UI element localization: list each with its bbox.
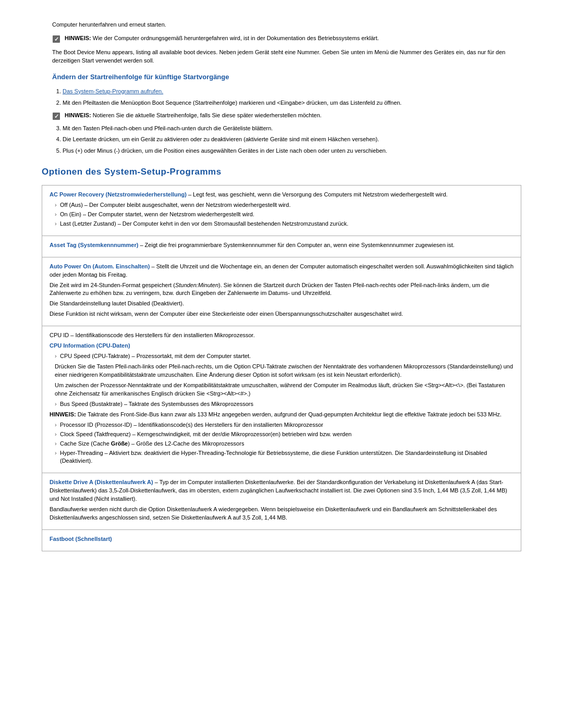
option-diskette: Diskette Drive A (Diskettenlaufwerk A) –… <box>42 473 521 530</box>
cpu-id-title: CPU ID <box>50 332 69 338</box>
cpu-proc-id: Processor ID (Prozessor-ID) – Identifika… <box>55 421 513 429</box>
option-fastboot: Fastboot (Schnellstart) <box>42 530 521 551</box>
top-note: Computer herunterfahren und erneut start… <box>42 21 521 155</box>
step-5: Plus (+) oder Minus (-) drücken, um die … <box>63 147 521 155</box>
hinweis-block-1: ✓ HINWEIS: Wie der Computer ordnungsgemä… <box>52 34 521 43</box>
hinweis-block-2: ✓ HINWEIS: Notieren Sie die aktuelle Sta… <box>52 112 521 120</box>
cpu-speed-bullet: CPU Speed (CPU-Taktrate) – Prozessortakt… <box>55 352 513 361</box>
option-cpu-id: CPU ID – Identifikationscode des Herstel… <box>42 326 521 473</box>
option-asset-tag: Asset Tag (Systemkennnummer) – Zeigt die… <box>42 236 521 257</box>
cpu-clock-speed: Clock Speed (Taktfrequenz) – Kerngeschwi… <box>55 430 513 439</box>
section2-heading: Optionen des System-Setup-Programms <box>42 166 521 179</box>
ac-power-title: AC Power Recovery (Netzstromwiederherste… <box>50 191 187 198</box>
diskette-extra: Bandlaufwerke werden nicht durch die Opt… <box>50 505 513 522</box>
option-ac-power: AC Power Recovery (Netzstromwiederherste… <box>42 186 521 236</box>
cpu-id-desc: – Identifikationscode des Herstellers fü… <box>70 332 254 338</box>
cpu-info-title: CPU Information (CPU-Daten) <box>50 342 513 350</box>
steps-list-2: Mit den Tasten Pfeil-nach-oben und Pfeil… <box>63 125 521 156</box>
options-box: AC Power Recovery (Netzstromwiederherste… <box>42 185 521 551</box>
auto-power-para2: Die Standardeinstellung lautet Disabled … <box>50 300 513 308</box>
ac-power-desc: – Legt fest, was geschieht, wenn die Ver… <box>188 191 448 198</box>
cpu-hyper-threading: Hyper-Threading – Aktiviert bzw. deaktiv… <box>55 449 513 466</box>
auto-power-para1: Die Zeit wird im 24-Stunden-Format gespe… <box>50 281 513 298</box>
hinweis-icon-1: ✓ <box>52 35 60 43</box>
step-3: Mit den Tasten Pfeil-nach-oben und Pfeil… <box>63 125 521 133</box>
step-2: Mit den Pfeiltasten die Menüoption Boot … <box>63 99 521 107</box>
ac-bullet-3: Last (Letzter Zustand) – Der Computer ke… <box>55 220 513 228</box>
asset-tag-title: Asset Tag (Systemkennnummer) <box>50 242 138 248</box>
diskette-title: Diskette Drive A (Diskettenlaufwerk A) <box>50 479 153 485</box>
step-1: Das System-Setup-Programm aufrufen. <box>63 88 521 96</box>
cpu-para1: Drücken Sie die Tasten Pfeil-nach-links … <box>55 363 513 379</box>
cpu-bottom-bullets: Processor ID (Prozessor-ID) – Identifika… <box>55 421 513 466</box>
steps-list: Das System-Setup-Programm aufrufen. Mit … <box>63 88 521 107</box>
setup-link[interactable]: Das System-Setup-Programm aufrufen. <box>63 88 163 94</box>
cpu-para2: Um zwischen der Prozessor-Nenntaktrate u… <box>55 381 513 398</box>
ac-bullet-1: Off (Aus) – Der Computer bleibt ausgesch… <box>55 201 513 209</box>
asset-tag-desc: – Zeigt die frei programmierbare Systemk… <box>140 242 454 248</box>
auto-power-title: Auto Power On (Autom. Einschalten) <box>50 263 150 269</box>
hinweis-icon-2: ✓ <box>52 112 60 120</box>
bus-speed-bullets: Bus Speed (Bustaktrate) – Taktrate des S… <box>55 400 513 409</box>
cpu-cache-size: Cache Size (Cache Größe) – Größe des L2-… <box>55 440 513 448</box>
step-4: Die Leertaste drücken, um ein Gerät zu a… <box>63 135 521 144</box>
ac-power-bullets: Off (Aus) – Der Computer bleibt ausgesch… <box>55 201 513 228</box>
auto-power-para3: Diese Funktion ist nicht wirksam, wenn d… <box>50 310 513 318</box>
option-auto-power: Auto Power On (Autom. Einschalten) – Ste… <box>42 257 521 327</box>
cpu-speed-bullets: CPU Speed (CPU-Taktrate) – Prozessortakt… <box>55 352 513 361</box>
fastboot-title: Fastboot (Schnellstart) <box>50 535 513 544</box>
cpu-hinweis: HINWEIS: Die Taktrate des Front-Side-Bus… <box>50 411 513 419</box>
section1-heading: Ändern der Startreihenfolge für künftige… <box>52 72 521 82</box>
bus-speed-bullet: Bus Speed (Bustaktrate) – Taktrate des S… <box>55 400 513 409</box>
svg-text:✓: ✓ <box>54 36 59 42</box>
ac-bullet-2: On (Ein) – Der Computer startet, wenn de… <box>55 211 513 219</box>
svg-text:✓: ✓ <box>54 113 59 119</box>
